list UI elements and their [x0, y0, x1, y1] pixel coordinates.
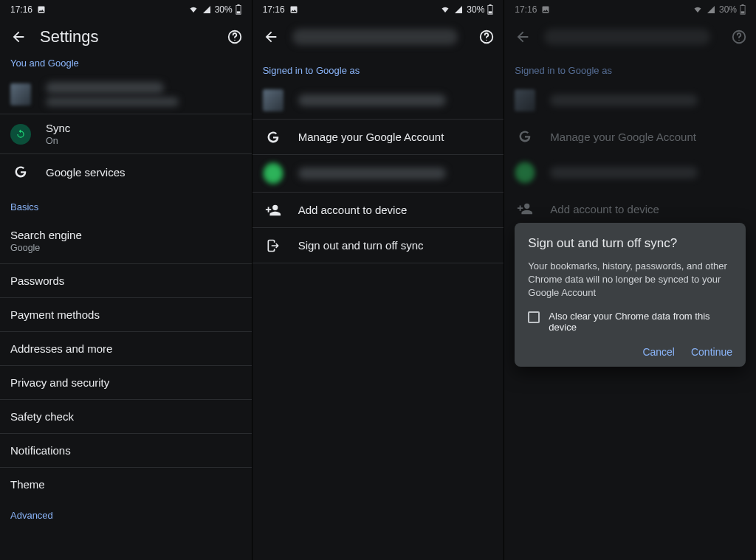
battery-text: 30% — [467, 4, 484, 15]
help-icon[interactable] — [478, 29, 495, 45]
secondary-account-row — [504, 154, 756, 191]
dialog-title: Sign out and turn off sync? — [528, 236, 732, 251]
account-row[interactable] — [0, 75, 252, 114]
google-icon — [263, 130, 284, 145]
checkbox-icon[interactable] — [528, 311, 540, 323]
status-time: 17:16 — [10, 4, 32, 15]
section-you-and-google: You and Google — [0, 55, 252, 75]
svg-point-4 — [234, 40, 235, 41]
appbar: Settings — [0, 19, 252, 55]
sync-row[interactable]: Sync On — [0, 114, 252, 154]
picture-icon — [541, 5, 550, 14]
battery-text: 30% — [719, 4, 737, 15]
back-icon[interactable] — [515, 29, 531, 45]
appbar — [504, 19, 756, 55]
theme-row[interactable]: Theme — [0, 468, 252, 501]
avatar — [515, 89, 535, 111]
dialog-checkbox-label: Also clear your Chrome data from this de… — [549, 311, 732, 333]
account-name-blurred — [46, 82, 164, 94]
search-engine-sub: Google — [10, 243, 241, 253]
sign-out-label: Sign out and turn off sync — [298, 239, 494, 252]
wifi-icon — [693, 5, 703, 14]
status-time: 17:16 — [515, 4, 537, 15]
signal-icon — [453, 5, 464, 14]
svg-point-9 — [487, 40, 487, 41]
addresses-row[interactable]: Addresses and more — [0, 332, 252, 366]
add-account-row: Add account to device — [504, 191, 756, 227]
continue-button[interactable]: Continue — [691, 346, 732, 358]
google-icon — [10, 165, 31, 179]
manage-account-row[interactable]: Manage your Google Account — [252, 120, 504, 155]
battery-icon — [236, 4, 241, 15]
avatar — [263, 162, 284, 184]
panel-settings: 17:16 30% Settings You and Google — [0, 0, 252, 560]
google-services-label: Google services — [46, 166, 241, 179]
help-icon[interactable] — [731, 29, 747, 45]
payment-row[interactable]: Payment methods — [0, 298, 252, 332]
search-engine-row[interactable]: Search engine Google — [0, 218, 252, 264]
signout-dialog: Sign out and turn off sync? Your bookmar… — [515, 223, 746, 367]
account-email-blurred — [46, 97, 179, 106]
back-icon[interactable] — [263, 29, 279, 45]
manage-account-label: Manage your Google Account — [550, 131, 746, 143]
dialog-body: Your bookmarks, history, passwords, and … — [528, 260, 732, 300]
signal-icon — [202, 5, 212, 14]
signal-icon — [706, 5, 716, 14]
title-blurred — [292, 29, 458, 45]
primary-account-row[interactable] — [252, 82, 504, 120]
wifi-icon — [188, 5, 199, 14]
add-account-row[interactable]: Add account to device — [252, 193, 504, 228]
status-bar: 17:16 30% — [252, 0, 504, 19]
cancel-button[interactable]: Cancel — [642, 346, 675, 358]
manage-account-label: Manage your Google Account — [298, 131, 494, 143]
status-bar: 17:16 30% — [0, 0, 252, 19]
svg-rect-7 — [489, 11, 492, 13]
google-services-row[interactable]: Google services — [0, 154, 252, 190]
privacy-row[interactable]: Privacy and security — [0, 366, 252, 400]
avatar — [10, 83, 31, 106]
account-email-blurred — [550, 167, 698, 179]
notifications-row[interactable]: Notifications — [0, 434, 252, 468]
primary-account-row — [504, 82, 756, 119]
manage-account-row: Manage your Google Account — [504, 119, 756, 154]
secondary-account-row[interactable] — [252, 155, 504, 193]
account-email-blurred — [550, 94, 698, 106]
svg-rect-2 — [236, 11, 240, 13]
page-title: Settings — [40, 27, 213, 46]
sync-label: Sync — [46, 122, 241, 134]
battery-icon — [740, 4, 746, 15]
section-basics: Basics — [0, 190, 252, 218]
svg-rect-12 — [741, 11, 745, 13]
svg-point-14 — [738, 40, 739, 41]
signed-in-label: Signed in to Google as — [504, 55, 756, 82]
wifi-icon — [440, 5, 450, 14]
sign-out-icon — [263, 238, 284, 253]
help-icon[interactable] — [227, 29, 243, 45]
person-add-icon — [263, 202, 284, 218]
avatar — [515, 162, 535, 184]
status-time: 17:16 — [263, 4, 285, 15]
svg-rect-6 — [489, 4, 492, 6]
appbar — [252, 19, 504, 55]
panel-accounts: 17:16 30% Signed in to Google as Manage … — [252, 0, 504, 560]
google-icon — [515, 129, 535, 144]
search-engine-label: Search engine — [10, 229, 241, 241]
add-account-label: Add account to device — [550, 203, 746, 215]
safety-row[interactable]: Safety check — [0, 400, 252, 434]
sign-out-row[interactable]: Sign out and turn off sync — [252, 228, 504, 263]
passwords-row[interactable]: Passwords — [0, 264, 252, 298]
panel-signout-dialog: 17:16 30% Signed in to Google as Manage … — [504, 0, 756, 560]
battery-icon — [487, 4, 493, 15]
add-account-label: Add account to device — [298, 204, 494, 216]
back-icon[interactable] — [10, 29, 27, 45]
title-blurred — [544, 29, 710, 45]
battery-text: 30% — [215, 4, 233, 15]
picture-icon — [289, 5, 298, 14]
dialog-checkbox-row[interactable]: Also clear your Chrome data from this de… — [528, 311, 732, 333]
svg-rect-1 — [237, 4, 239, 6]
status-bar: 17:16 30% — [504, 0, 756, 19]
sync-icon — [10, 124, 31, 145]
picture-icon — [37, 5, 46, 14]
section-advanced: Advanced — [0, 501, 252, 527]
signed-in-label: Signed in to Google as — [252, 55, 504, 82]
